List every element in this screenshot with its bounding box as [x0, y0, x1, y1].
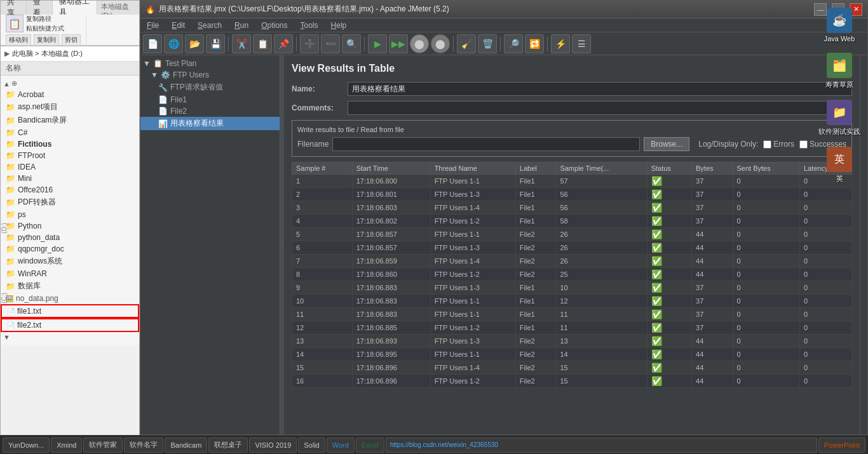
paste-shortcut-button[interactable]: 粘贴快捷方式: [26, 24, 64, 33]
stop-button[interactable]: ⬤: [410, 34, 429, 53]
filename-label: Filename: [297, 140, 329, 149]
remote-start-button[interactable]: ⚡: [551, 34, 570, 53]
desktop-icon-english[interactable]: 英 英: [813, 144, 865, 186]
table-header-row: Sample # Start Time Thread Name Label Sa…: [292, 163, 852, 175]
start-button[interactable]: ▶: [368, 34, 387, 53]
taskbar-visio[interactable]: VISIO 2019: [249, 437, 297, 453]
add-button[interactable]: ➕: [300, 34, 319, 53]
taskbar-word[interactable]: Word: [327, 437, 355, 453]
menu-file[interactable]: File: [140, 20, 165, 31]
explorer-title-tab: 本地磁盘 (D:): [97, 1, 139, 15]
taskbar-软件名字[interactable]: 软件名字: [124, 437, 163, 453]
folder-item-数据库[interactable]: 📁数据库: [1, 279, 139, 293]
cut-button[interactable]: 剪切: [62, 34, 81, 46]
file-no-data[interactable]: 🖼️ no_data.png: [1, 293, 139, 304]
taskbar-excel[interactable]: Excel: [356, 437, 384, 453]
tree-node-file1[interactable]: 📄 File1: [140, 94, 280, 105]
menu-tools[interactable]: Tools: [294, 20, 325, 31]
folder-list: 📁Acrobat📁asp.net项目📁Bandicam录屏📁C#📁Fictiti…: [1, 89, 139, 293]
taskbar-联想桌子[interactable]: 联想桌子: [208, 437, 248, 453]
new-button[interactable]: 📄: [143, 34, 162, 53]
col-label: Label: [515, 163, 556, 175]
desktop-icon-java-web[interactable]: ☕ Java Web: [813, 5, 865, 45]
start-no-pause-button[interactable]: ▶▶: [389, 34, 408, 53]
folder-item-Fictitious[interactable]: 📁Fictitious: [1, 138, 139, 150]
folder-item-Python[interactable]: 📁Python: [1, 220, 139, 232]
taskbar-xmind[interactable]: Xmind: [51, 437, 82, 453]
move-to-button[interactable]: 移动到: [6, 34, 31, 46]
tree-node-test-plan[interactable]: ▼ 📋 Test Plan: [140, 58, 280, 69]
separator-3: [364, 36, 365, 51]
tree-node-file2[interactable]: 📄 File2: [140, 105, 280, 117]
folder-item-IDEA[interactable]: 📁IDEA: [1, 161, 139, 173]
menu-search[interactable]: Search: [191, 20, 228, 31]
search-toolbar-button[interactable]: 🔎: [504, 34, 523, 53]
clear-button[interactable]: 🧹: [457, 34, 476, 53]
remove-button[interactable]: ➖: [321, 34, 340, 53]
folder-item-Mini[interactable]: 📁Mini: [1, 173, 139, 184]
copy-to-button[interactable]: 复制到: [34, 34, 59, 46]
browse-button[interactable]: Browse...: [644, 137, 689, 151]
menu-options[interactable]: Options: [255, 20, 294, 31]
folder-item-Offce2016[interactable]: 📁Offce2016: [1, 184, 139, 196]
clear-all-button[interactable]: 🗑️: [478, 34, 497, 53]
tree-node-ftp-defaults[interactable]: 🔧 FTP请求缺省值: [140, 81, 280, 94]
folder-item-PDF转换器[interactable]: 📁PDF转换器: [1, 196, 139, 209]
templates-button[interactable]: 🌐: [164, 34, 183, 53]
taskbar-软件管家[interactable]: 软件管家: [83, 437, 123, 453]
folder-item-FTProot[interactable]: 📁FTProot: [1, 150, 139, 161]
paste-toolbar-button[interactable]: 📌: [274, 34, 293, 53]
folder-item-windows系统[interactable]: 📁windows系统: [1, 255, 139, 268]
col-sent-bytes: Sent Bytes: [733, 163, 799, 175]
open-button[interactable]: 📂: [185, 34, 204, 53]
browse-toolbar-button[interactable]: 🔍: [342, 34, 361, 53]
list-button[interactable]: ☰: [572, 34, 591, 53]
tree-node-view-results-table[interactable]: 📊 用表格察看结果: [140, 117, 280, 130]
folder-item-Bandicam录屏[interactable]: 📁Bandicam录屏: [1, 114, 139, 127]
ribbon-tab-drive[interactable]: 驱动器工具: [53, 1, 97, 15]
reset-search-button[interactable]: 🔁: [525, 34, 544, 53]
desktop: 共享 查看 驱动器工具 本地磁盘 (D:) 📋 复制路径 粘贴快捷方式: [0, 0, 868, 454]
errors-checkbox[interactable]: [763, 140, 771, 149]
folder-item-Acrobat[interactable]: 📁Acrobat: [1, 89, 139, 100]
breadcrumb: ▶ 此电脑 > 本地磁盘 (D:): [1, 46, 139, 62]
name-input[interactable]: [348, 82, 852, 96]
results-tbody: 1 17:18:06.800 FTP Users 1-1 File1 57 ✅ …: [292, 175, 852, 388]
menu-help[interactable]: Help: [325, 20, 353, 31]
col-status: Status: [647, 163, 691, 175]
filename-input[interactable]: [332, 137, 640, 151]
comments-label: Comments:: [292, 103, 342, 112]
copy-path-button[interactable]: 复制路径: [26, 15, 64, 23]
jmeter-window: 🔥 用表格察看结果.jmx (C:\Users\LF\Desktop\用表格察看…: [140, 0, 868, 435]
successes-checkbox[interactable]: [799, 140, 808, 149]
desktop-icon-grass[interactable]: 🗂️ 寿青草原: [813, 50, 865, 92]
taskbar-solid[interactable]: Solid: [298, 437, 325, 453]
file1-txt[interactable]: 📄 file1.txt: [1, 304, 139, 318]
taskbar-bandicam[interactable]: Bandicam: [165, 437, 207, 453]
desktop-icon-software-testing[interactable]: 📁 软件测试实践: [813, 97, 865, 139]
shutdown-button[interactable]: ⬤: [431, 34, 450, 53]
folder-item-python_data[interactable]: 📁python_data: [1, 232, 139, 243]
cut-toolbar-button[interactable]: ✂️: [232, 34, 251, 53]
folder-item-ps[interactable]: 📁ps: [1, 209, 139, 220]
file2-txt[interactable]: 📄 file2.txt: [1, 318, 139, 332]
taskbar-powerpoint[interactable]: PowerPoint: [818, 437, 865, 453]
ribbon-tab-view[interactable]: 查看: [27, 1, 53, 15]
table-row: 11 17:18:06.883 FTP Users 1-1 File1 11 ✅…: [292, 308, 852, 321]
menu-run[interactable]: Run: [228, 20, 255, 31]
comments-input[interactable]: [348, 101, 852, 115]
paste-button[interactable]: 📋: [6, 15, 24, 32]
table-row: 16 17:18:06.896 FTP Users 1-2 File2 15 ✅…: [292, 375, 852, 388]
copy-toolbar-button[interactable]: 📋: [253, 34, 272, 53]
folder-item-WinRAR[interactable]: 📁WinRAR: [1, 268, 139, 279]
save-button[interactable]: 💾: [206, 34, 225, 53]
folder-item-asp.net项目[interactable]: 📁asp.net项目: [1, 100, 139, 114]
folder-item-qqpcmgr_doc[interactable]: 📁qqpcmgr_doc: [1, 243, 139, 255]
taskbar-yundown[interactable]: YunDown...: [3, 437, 50, 453]
tree-node-ftp-users[interactable]: ▼ ⚙️ FTP Users: [140, 69, 280, 81]
panel-title: View Results in Table: [292, 63, 852, 74]
ribbon-tab-share[interactable]: 共享: [1, 1, 27, 15]
menu-edit[interactable]: Edit: [165, 20, 191, 31]
folder-item-C#[interactable]: 📁C#: [1, 127, 139, 138]
taskbar-url[interactable]: https://blog.csdn.net/weixin_42365530: [386, 437, 817, 453]
